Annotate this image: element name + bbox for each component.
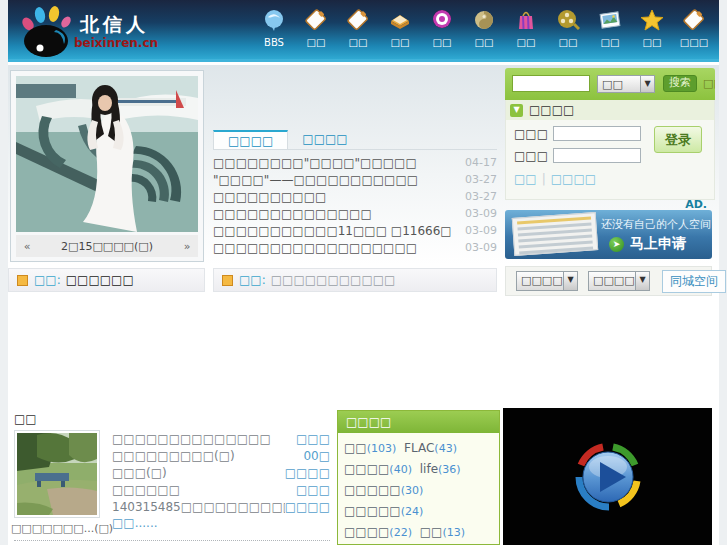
city-select-2[interactable]: □□□□ ▼ (588, 271, 650, 291)
nav-label: □□ (295, 37, 337, 48)
hot-item-link[interactable]: □□□□ (285, 466, 330, 480)
slideshow-photo[interactable] (16, 76, 198, 232)
ad-apply-label: 马上申请 (630, 235, 686, 253)
section-header-right: □□: □□□□□□□□□□□ (213, 268, 497, 292)
login-panel: ▼ □□□□ □□□ □□□ 登录 □□|□□□□ (505, 100, 715, 200)
nav-item-3[interactable]: □□ (379, 6, 421, 48)
chevron-down-icon[interactable]: ▼ (563, 272, 577, 290)
news-title[interactable]: "□□□□"——□□□□□□□□□□□ (213, 173, 455, 187)
page: 北信人 beixinren.cn BBS □□ □□ (8, 0, 719, 545)
nav-item-7[interactable]: □□ (547, 6, 589, 48)
news-title[interactable]: □□□□□□□□"□□□□"□□□□□ (213, 156, 455, 170)
password-field[interactable] (553, 148, 641, 163)
nav-item-5[interactable]: □□ (463, 6, 505, 48)
city-select-1-value: □□□□ (517, 272, 563, 290)
hot-thumbnail[interactable] (14, 430, 100, 518)
tag-link[interactable]: □□(13) (420, 525, 465, 539)
hot-more-link[interactable]: □□...... (112, 516, 158, 530)
ad-apply[interactable]: ➤ 马上申请 (609, 235, 686, 253)
hot-item-title[interactable]: □□□(□) (112, 466, 285, 480)
tag-link[interactable]: FLAC(43) (404, 441, 457, 455)
tag-link[interactable]: □□(103) (344, 441, 396, 455)
password-row: □□□ (514, 148, 641, 163)
hot-item-link[interactable]: 00□ (303, 449, 330, 463)
hot-item-title[interactable]: □□□□□□□□□(□) (112, 449, 303, 463)
site-logo[interactable]: 北信人 beixinren.cn (18, 4, 198, 58)
news-title[interactable]: □□□□□□□□□□□11□□□ □11666□ (213, 224, 455, 238)
logo-title: 北信人 (80, 12, 149, 38)
nav-item-1[interactable]: □□ (295, 6, 337, 48)
forgot-password-link[interactable]: □□□□ (551, 172, 596, 186)
hot-item-title[interactable]: 140315485□□□□□□□□□□(□) (112, 500, 285, 514)
collapse-arrow-icon[interactable]: ▼ (510, 104, 523, 117)
hot-item-title[interactable]: □□□□□□ (112, 483, 296, 497)
hot-item-link[interactable]: □□□ (296, 432, 330, 446)
nav-item-10[interactable]: □□□ (673, 6, 715, 48)
nav-item-9[interactable]: □□ (631, 6, 673, 48)
username-row: □□□ (514, 126, 641, 141)
video-player[interactable] (503, 408, 712, 545)
hot-item-link[interactable]: □□□□ (285, 500, 330, 514)
search-button[interactable]: 搜索 (663, 75, 697, 92)
section-title[interactable]: □□□□□□□□□□□ (271, 273, 396, 287)
chevron-down-icon[interactable]: ▼ (635, 272, 649, 290)
news-title[interactable]: □□□□□□□□□□□□□□□□□□ (213, 241, 455, 255)
tag-link[interactable]: □□□□□(30) (344, 483, 423, 497)
list-item: □□□□□□□□□□□□□□ □□□ (112, 430, 330, 447)
ad-banner[interactable]: 还没有自己的个人空间？ ➤ 马上申请 (505, 210, 712, 259)
hot-item-link[interactable]: □□□ (296, 483, 330, 497)
go-arrow-icon: ➤ (609, 237, 624, 252)
register-link[interactable]: □□ (514, 172, 537, 186)
nav-label: □□ (589, 37, 631, 48)
logo-domain: beixinren.cn (74, 36, 158, 50)
news-row: □□□□□□□□□□ 03-27 (213, 188, 497, 205)
slideshow-next-button[interactable]: » (176, 240, 198, 253)
news-tab-0[interactable]: □□□□ (213, 130, 288, 149)
nav-item-8[interactable]: □□ (589, 6, 631, 48)
section-title[interactable]: □□□□□□ (66, 273, 134, 287)
park-photo-image (17, 433, 97, 515)
section-prefix[interactable]: □□: (34, 273, 61, 287)
dotted-divider (14, 540, 330, 541)
news-date: 03-09 (455, 241, 497, 254)
sidebar: □□ ▼ 搜索 □□□ ▼ □□□□ □□□ □□□ 登录 □□|□□□□ (505, 68, 715, 200)
advanced-search-link[interactable]: □□□ (703, 77, 715, 90)
city-space-link[interactable]: 同城空间 (662, 270, 726, 293)
tag-link[interactable]: □□□□□(24) (344, 504, 423, 518)
hot-item-title[interactable]: □□□□□□□□□□□□□□ (112, 432, 296, 446)
section-prefix[interactable]: □□: (239, 273, 266, 287)
tag-link[interactable]: □□□□(22) (344, 525, 412, 539)
divider: | (542, 172, 546, 186)
tag-cloud-panel: □□□□ □□(103) FLAC(43) □□□□(40) life(36) … (337, 410, 500, 545)
nav-label: □□ (505, 37, 547, 48)
photo-slideshow: « 2□15□□□□(□) » (10, 70, 204, 262)
nav-item-2[interactable]: □□ (337, 6, 379, 48)
site-header: 北信人 beixinren.cn BBS □□ □□ (8, 0, 719, 62)
news-tabs: □□□□ □□□□ (213, 130, 497, 150)
nav-label: □□ (379, 37, 421, 48)
nav-item-bbs[interactable]: BBS (253, 6, 295, 48)
news-title[interactable]: □□□□□□□□□□□□□□ (213, 207, 455, 221)
news-title[interactable]: □□□□□□□□□□ (213, 190, 455, 204)
slideshow-caption[interactable]: 2□15□□□□(□) (38, 240, 176, 253)
list-item: □□□□□□□□□(□) 00□ (112, 447, 330, 464)
tag-link[interactable]: □□□□(40) (344, 462, 412, 476)
search-category-select[interactable]: □□ ▼ (597, 75, 655, 93)
film-reel-icon (547, 6, 589, 34)
nav-item-6[interactable]: □□ (505, 6, 547, 48)
nav-label: □□ (421, 37, 463, 48)
news-panel: □□□□ □□□□ □□□□□□□□"□□□□"□□□□□ 04-17 "□□□… (213, 130, 497, 256)
nav-item-4[interactable]: □□ (421, 6, 463, 48)
username-field[interactable] (553, 126, 641, 141)
login-button[interactable]: 登录 (654, 126, 702, 153)
orange-square-icon (17, 275, 28, 286)
city-select-1[interactable]: □□□□ ▼ (516, 271, 578, 291)
tag-link[interactable]: life(36) (420, 462, 461, 476)
list-item: □□□(□) □□□□ (112, 464, 330, 481)
news-tab-1[interactable]: □□□□ (288, 130, 361, 149)
slideshow-prev-button[interactable]: « (16, 240, 38, 253)
hot-list: □□□□□□□□□□□□□□ □□□ □□□□□□□□□(□) 00□ □□□(… (112, 430, 330, 515)
chevron-down-icon[interactable]: ▼ (640, 76, 654, 92)
search-input[interactable] (512, 75, 590, 92)
media-player-logo-icon (571, 440, 645, 514)
